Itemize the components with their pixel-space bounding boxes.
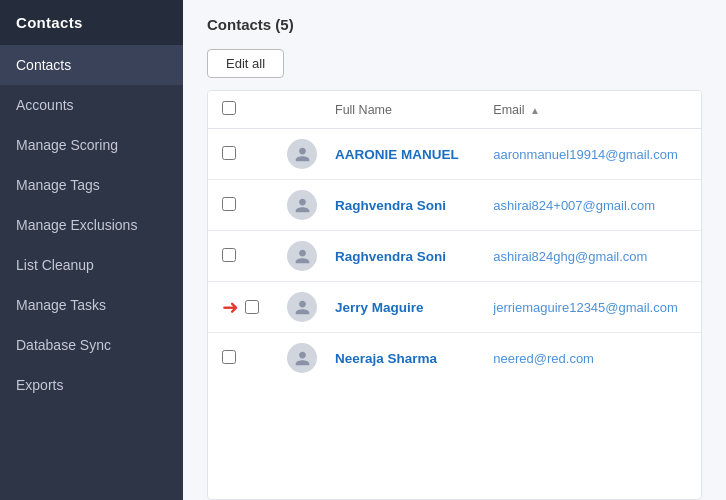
row-email-cell: jerriemaguire12345@gmail.com: [479, 282, 701, 333]
avatar: [287, 190, 317, 220]
sidebar-item-accounts[interactable]: Accounts: [0, 85, 183, 125]
row-name-cell: Neeraja Sharma: [321, 333, 479, 384]
contact-email[interactable]: aaronmanuel19914@gmail.com: [493, 147, 677, 162]
row-name-cell: Raghvendra Soni: [321, 180, 479, 231]
contact-name[interactable]: Jerry Maguire: [335, 300, 424, 315]
row-avatar-cell: [273, 129, 321, 180]
edit-all-button[interactable]: Edit all: [207, 49, 284, 78]
person-icon: [294, 146, 311, 163]
sidebar-item-manage-exclusions[interactable]: Manage Exclusions: [0, 205, 183, 245]
row-checkbox[interactable]: [222, 146, 236, 160]
row-checkbox[interactable]: [222, 350, 236, 364]
sidebar-item-database-sync-label: Database Sync: [16, 337, 111, 353]
sidebar: Contacts Contacts Accounts Manage Scorin…: [0, 0, 183, 500]
person-icon: [294, 350, 311, 367]
row-name-cell: AARONIE MANUEL: [321, 129, 479, 180]
sidebar-item-contacts-label: Contacts: [16, 57, 71, 73]
row-name-cell: Raghvendra Soni: [321, 231, 479, 282]
row-email-cell: aaronmanuel19914@gmail.com: [479, 129, 701, 180]
red-arrow-icon: ➜: [222, 297, 239, 317]
row-checkbox-cell: [208, 333, 273, 384]
person-icon: [294, 299, 311, 316]
contact-name[interactable]: Raghvendra Soni: [335, 198, 446, 213]
row-arrow-indicator: ➜: [222, 297, 259, 317]
contact-name[interactable]: Raghvendra Soni: [335, 249, 446, 264]
avatar: [287, 139, 317, 169]
row-avatar-cell: [273, 333, 321, 384]
th-fullname: Full Name: [321, 91, 479, 129]
sidebar-item-exports-label: Exports: [16, 377, 63, 393]
row-checkbox[interactable]: [222, 248, 236, 262]
main-content: Contacts (5) Edit all Full Name Email ▲: [183, 0, 726, 500]
sidebar-item-manage-scoring[interactable]: Manage Scoring: [0, 125, 183, 165]
contacts-table-container: Full Name Email ▲ AARONIE MANUELaaronman…: [207, 90, 702, 500]
contact-name[interactable]: AARONIE MANUEL: [335, 147, 459, 162]
sidebar-item-manage-tags[interactable]: Manage Tags: [0, 165, 183, 205]
row-checkbox-cell: ➜: [208, 282, 273, 333]
table-row: AARONIE MANUELaaronmanuel19914@gmail.com: [208, 129, 701, 180]
contact-email[interactable]: ashirai824+007@gmail.com: [493, 198, 655, 213]
toolbar: Edit all: [183, 41, 726, 90]
contact-email[interactable]: neered@red.com: [493, 351, 594, 366]
row-avatar-cell: [273, 180, 321, 231]
sidebar-item-exports[interactable]: Exports: [0, 365, 183, 405]
table-row: Raghvendra Soniashirai824ghg@gmail.com: [208, 231, 701, 282]
row-avatar-cell: [273, 231, 321, 282]
row-checkbox-cell: [208, 129, 273, 180]
table-row: Raghvendra Soniashirai824+007@gmail.com: [208, 180, 701, 231]
sidebar-item-contacts[interactable]: Contacts: [0, 45, 183, 85]
person-icon: [294, 197, 311, 214]
sidebar-item-list-cleanup-label: List Cleanup: [16, 257, 94, 273]
avatar: [287, 343, 317, 373]
avatar: [287, 292, 317, 322]
sidebar-item-database-sync[interactable]: Database Sync: [0, 325, 183, 365]
row-checkbox-cell: [208, 180, 273, 231]
row-avatar-cell: [273, 282, 321, 333]
sidebar-item-manage-tasks-label: Manage Tasks: [16, 297, 106, 313]
contact-name[interactable]: Neeraja Sharma: [335, 351, 437, 366]
sidebar-item-list-cleanup[interactable]: List Cleanup: [0, 245, 183, 285]
contacts-table: Full Name Email ▲ AARONIE MANUELaaronman…: [208, 91, 701, 383]
sidebar-item-manage-exclusions-label: Manage Exclusions: [16, 217, 137, 233]
row-email-cell: neered@red.com: [479, 333, 701, 384]
row-name-cell: Jerry Maguire: [321, 282, 479, 333]
email-sort-icon: ▲: [530, 105, 540, 116]
row-checkbox[interactable]: [245, 300, 259, 314]
avatar: [287, 241, 317, 271]
person-icon: [294, 248, 311, 265]
sidebar-item-manage-scoring-label: Manage Scoring: [16, 137, 118, 153]
row-email-cell: ashirai824ghg@gmail.com: [479, 231, 701, 282]
contact-email[interactable]: jerriemaguire12345@gmail.com: [493, 300, 677, 315]
page-title: Contacts (5): [183, 0, 726, 41]
th-avatar: [273, 91, 321, 129]
sidebar-item-manage-tags-label: Manage Tags: [16, 177, 100, 193]
table-row: Neeraja Sharmaneered@red.com: [208, 333, 701, 384]
row-email-cell: ashirai824+007@gmail.com: [479, 180, 701, 231]
row-checkbox[interactable]: [222, 197, 236, 211]
th-email[interactable]: Email ▲: [479, 91, 701, 129]
table-row: ➜ Jerry Maguirejerriemaguire12345@gmail.…: [208, 282, 701, 333]
select-all-checkbox[interactable]: [222, 101, 236, 115]
sidebar-item-manage-tasks[interactable]: Manage Tasks: [0, 285, 183, 325]
th-checkbox: [208, 91, 273, 129]
row-checkbox-cell: [208, 231, 273, 282]
contact-email[interactable]: ashirai824ghg@gmail.com: [493, 249, 647, 264]
sidebar-title: Contacts: [0, 0, 183, 45]
sidebar-item-accounts-label: Accounts: [16, 97, 74, 113]
